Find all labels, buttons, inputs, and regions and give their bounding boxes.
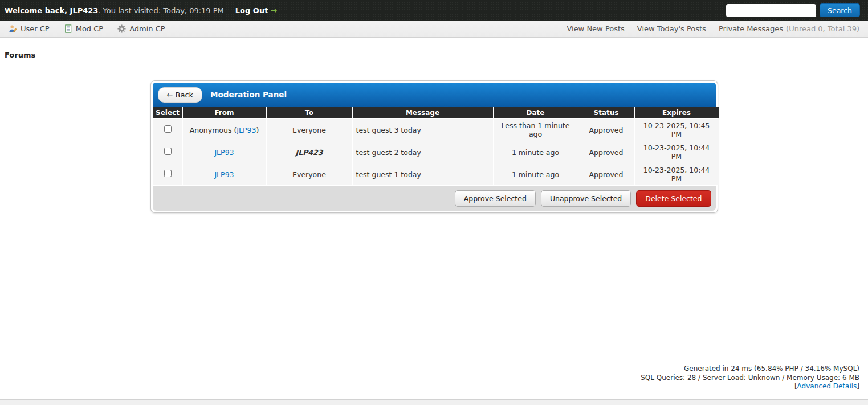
row-checkbox[interactable] [164,170,172,177]
to-cell: Everyone [267,163,352,185]
panel-footer: Approve Selected Unapprove Selected Dele… [153,186,716,211]
col-header-from: From [183,107,266,118]
nav-left: User CP Mod CP [9,24,180,33]
user-icon [9,24,17,33]
col-header-date: Date [494,107,578,118]
from-cell: Anonymous (JLP93) [183,119,266,141]
nav-item-label: Mod CP [76,24,103,33]
private-messages-link[interactable]: Private Messages(Unread 0, Total 39) [719,24,859,33]
status-cell: Approved [578,119,634,141]
nav-item-label: Admin CP [129,24,165,33]
pm-counts: (Unread 0, Total 39) [786,24,859,33]
row-checkbox[interactable] [164,125,172,133]
table-row: Anonymous (JLP93) Everyone test guest 3 … [153,119,719,141]
from-cell: JLP93 [183,141,266,163]
last-visited-text: . You last visited: Today, 09:19 PM [98,6,223,15]
from-user-link[interactable]: JLP93 [214,170,234,179]
table-row: JLP93 Everyone test guest 1 today 1 minu… [153,163,719,185]
to-cell: Everyone [267,119,352,141]
nav-item-user-cp[interactable]: User CP [9,24,50,33]
logout-arrow-icon: → [270,6,277,15]
expires-cell: 10-23-2025, 10:44 PM [635,141,719,163]
from-user-link[interactable]: JLP93 [237,126,256,134]
unapprove-selected-button[interactable]: Unapprove Selected [541,190,631,207]
col-header-expires: Expires [635,107,719,118]
row-checkbox[interactable] [164,148,172,155]
list-icon [64,24,72,33]
moderation-table: Select From To Message Date Status Expir… [153,107,719,186]
expires-cell: 10-23-2025, 10:44 PM [635,163,719,185]
panel-title: Moderation Panel [210,90,287,99]
col-header-to: To [267,107,352,118]
breadcrumb-forums[interactable]: Forums [5,51,868,59]
back-button[interactable]: ← Back [158,87,203,103]
date-cell: 1 minute ago [494,141,578,163]
gear-icon [117,24,126,33]
view-todays-posts-link[interactable]: View Today's Posts [637,24,706,33]
select-cell [153,119,182,141]
nav-bar: User CP Mod CP [0,21,868,38]
nav-item-admin-cp[interactable]: Admin CP [117,24,165,33]
view-new-posts-link[interactable]: View New Posts [567,24,624,33]
message-cell: test guest 2 today [353,141,493,163]
date-cell: Less than 1 minute ago [494,119,578,141]
bottom-strip [0,399,868,405]
welcome-message: Welcome back, JLP423. You last visited: … [5,6,224,15]
moderation-panel: ← Back Moderation Panel Select From To M… [150,80,718,213]
panel-header: ← Back Moderation Panel [153,83,716,107]
advanced-details-link[interactable]: Advanced Details [797,382,857,390]
select-cell [153,141,182,163]
col-header-status: Status [578,107,634,118]
col-header-select: Select [153,107,182,118]
welcome-username: Welcome back, JLP423 [5,6,98,15]
select-cell [153,163,182,185]
logout-link[interactable]: Log Out [235,6,268,15]
footer-stats: Generated in 24 ms (65.84% PHP / 34.16% … [641,365,859,391]
to-cell: JLP423 [267,141,352,163]
message-cell: test guest 3 today [353,119,493,141]
bracket: ] [857,382,859,390]
from-text: ) [256,126,259,134]
expires-cell: 10-23-2025, 10:45 PM [635,119,719,141]
from-user-link[interactable]: JLP93 [214,148,234,157]
col-header-message: Message [353,107,493,118]
from-cell: JLP93 [183,163,266,185]
private-messages-label: Private Messages [719,24,783,33]
approve-selected-button[interactable]: Approve Selected [455,190,536,207]
generation-stats: Generated in 24 ms (65.84% PHP / 34.16% … [641,365,859,374]
advanced-details-line: [Advanced Details] [641,382,859,391]
search-button[interactable]: Search [820,3,860,17]
delete-selected-button[interactable]: Delete Selected [636,190,711,207]
from-text: Anonymous ( [190,126,237,134]
message-cell: test guest 1 today [353,163,493,185]
date-cell: 1 minute ago [494,163,578,185]
table-header-row: Select From To Message Date Status Expir… [153,107,719,118]
nav-item-label: User CP [21,24,50,33]
sql-stats: SQL Queries: 28 / Server Load: Unknown /… [641,374,859,383]
nav-item-mod-cp[interactable]: Mod CP [64,24,103,33]
top-bar: Welcome back, JLP423. You last visited: … [0,0,868,21]
table-row: JLP93 JLP423 test guest 2 today 1 minute… [153,141,719,163]
status-cell: Approved [578,163,634,185]
status-cell: Approved [578,141,634,163]
search-input[interactable] [726,4,816,17]
nav-right: View New Posts View Today's Posts Privat… [554,24,859,33]
